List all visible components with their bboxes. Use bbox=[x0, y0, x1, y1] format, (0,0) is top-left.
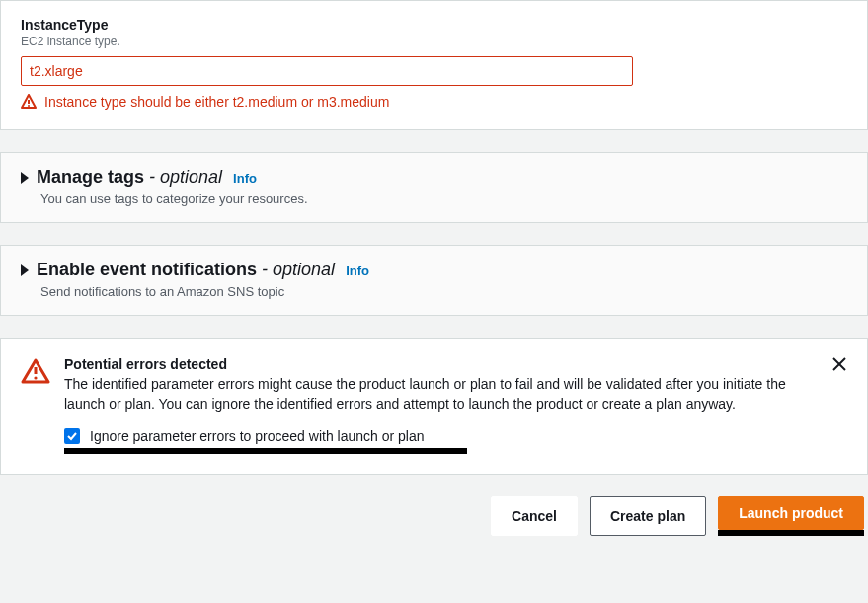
ignore-errors-label: Ignore parameter errors to proceed with … bbox=[90, 428, 425, 444]
redaction-bar bbox=[64, 448, 467, 454]
event-notifications-title: Enable event notifications bbox=[37, 260, 257, 279]
ignore-errors-checkbox[interactable] bbox=[64, 428, 80, 444]
instance-type-error-text: Instance type should be either t2.medium… bbox=[44, 94, 389, 110]
caret-right-icon bbox=[21, 264, 29, 276]
alert-title: Potential errors detected bbox=[64, 356, 808, 372]
optional-label: - optional bbox=[257, 260, 335, 279]
svg-point-3 bbox=[34, 376, 37, 379]
svg-point-1 bbox=[28, 105, 30, 107]
alert-warning-icon bbox=[21, 358, 50, 384]
manage-tags-title: Manage tags bbox=[37, 167, 144, 187]
manage-tags-toggle[interactable]: Manage tags - optional Info bbox=[21, 167, 847, 188]
redaction-bar bbox=[718, 530, 864, 536]
event-notifications-info-link[interactable]: Info bbox=[346, 264, 369, 278]
launch-product-button[interactable]: Launch product bbox=[718, 496, 864, 530]
warning-icon bbox=[21, 94, 37, 110]
instance-type-description: EC2 instance type. bbox=[21, 35, 847, 48]
instance-type-label: InstanceType bbox=[21, 17, 847, 33]
instance-type-input[interactable] bbox=[21, 56, 633, 86]
manage-tags-description: You can use tags to categorize your reso… bbox=[40, 191, 847, 206]
close-icon[interactable] bbox=[831, 356, 847, 372]
instance-type-error: Instance type should be either t2.medium… bbox=[21, 94, 847, 110]
event-notifications-description: Send notifications to an Amazon SNS topi… bbox=[40, 284, 847, 299]
potential-errors-alert: Potential errors detected The identified… bbox=[0, 338, 868, 475]
create-plan-button[interactable]: Create plan bbox=[590, 496, 706, 536]
manage-tags-panel: Manage tags - optional Info You can use … bbox=[0, 152, 868, 223]
manage-tags-info-link[interactable]: Info bbox=[233, 171, 257, 186]
caret-right-icon bbox=[21, 172, 29, 184]
action-button-row: Cancel Create plan Launch product bbox=[0, 496, 868, 544]
instance-type-panel: InstanceType EC2 instance type. Instance… bbox=[0, 0, 868, 130]
cancel-button[interactable]: Cancel bbox=[491, 496, 578, 536]
event-notifications-panel: Enable event notifications - optional In… bbox=[0, 245, 868, 316]
event-notifications-toggle[interactable]: Enable event notifications - optional In… bbox=[21, 260, 847, 280]
alert-message: The identified parameter errors might ca… bbox=[64, 374, 808, 415]
optional-label: - optional bbox=[144, 167, 222, 187]
